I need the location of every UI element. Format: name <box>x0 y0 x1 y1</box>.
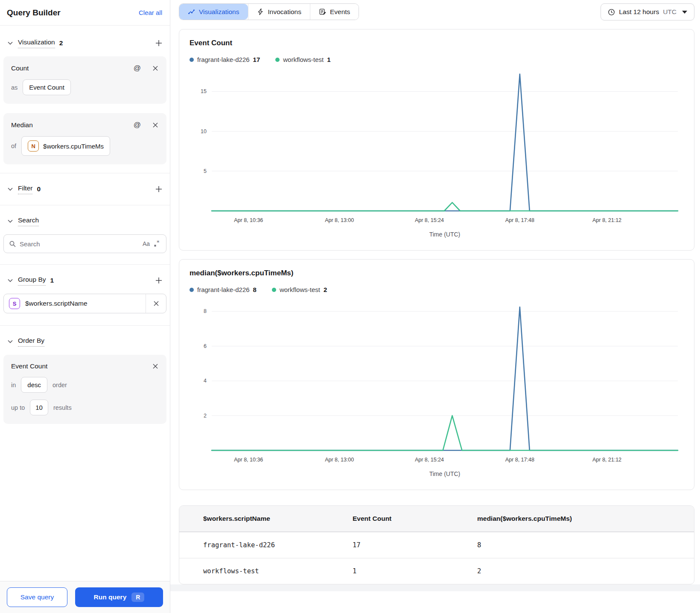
svg-text:8: 8 <box>204 308 207 314</box>
filter-section-label[interactable]: Filter <box>18 184 32 194</box>
svg-text:Apr 8, 17:48: Apr 8, 17:48 <box>505 217 534 223</box>
regex-icon[interactable]: * <box>153 240 161 248</box>
order-label: order <box>52 382 67 388</box>
col-median: median($workers.cpuTimeMs) <box>477 515 694 523</box>
order-by-field: Event Count <box>11 362 47 370</box>
chevron-down-icon[interactable] <box>7 338 14 345</box>
svg-text:10: 10 <box>201 128 207 134</box>
number-type-icon: N <box>28 140 39 152</box>
match-case-icon[interactable]: Aa <box>143 240 150 247</box>
filter-count: 0 <box>37 185 41 193</box>
cell-event-count: 1 <box>353 567 477 575</box>
at-sign-icon: @ <box>134 64 141 73</box>
add-filter-button[interactable] <box>155 185 163 193</box>
median-field-selector[interactable]: N $workers.cpuTimeMs <box>21 136 110 156</box>
group-by-section-label[interactable]: Group By <box>18 276 46 286</box>
svg-text:Apr 8, 21:12: Apr 8, 21:12 <box>592 217 621 223</box>
tab-label: Events <box>330 8 350 16</box>
query-builder-body: Visualization 2 Count @ as Event Count M… <box>0 26 170 581</box>
median-visualization-card: Median @ of N $workers.cpuTimeMs <box>3 113 166 164</box>
mention-button[interactable]: @ <box>134 121 141 129</box>
group-by-count: 1 <box>50 277 54 284</box>
svg-text:6: 6 <box>204 343 207 349</box>
table-row[interactable]: workflows-test 1 2 <box>179 558 694 584</box>
legend-item[interactable]: fragrant-lake-d226 17 <box>190 56 260 63</box>
run-query-button[interactable]: Run query R <box>75 587 163 607</box>
median-chart[interactable]: 2468Apr 8, 10:36Apr 8, 13:00Apr 8, 15:24… <box>190 296 684 484</box>
chart-line-icon <box>188 8 195 15</box>
legend-item[interactable]: workflows-test 1 <box>275 56 330 63</box>
series-dot <box>190 288 194 292</box>
legend-value: 1 <box>327 56 330 63</box>
chevron-down-icon[interactable] <box>7 277 14 284</box>
svg-text:Time (UTC): Time (UTC) <box>429 231 461 238</box>
svg-text:Apr 8, 10:36: Apr 8, 10:36 <box>234 457 263 463</box>
svg-text:Apr 8, 21:12: Apr 8, 21:12 <box>592 457 621 463</box>
save-query-button[interactable]: Save query <box>7 587 67 607</box>
svg-text:4: 4 <box>204 378 207 384</box>
time-range-picker[interactable]: Last 12 hours UTC <box>601 3 694 20</box>
chevron-down-icon[interactable] <box>7 40 14 47</box>
results-label: results <box>53 404 72 411</box>
add-visualization-button[interactable] <box>155 39 163 47</box>
tab-label: Invocations <box>268 8 301 16</box>
cell-median: 2 <box>477 567 694 575</box>
group-by-item[interactable]: S $workers.scriptName <box>3 294 166 313</box>
remove-order-by-button[interactable] <box>152 363 159 370</box>
limit-input[interactable]: 10 <box>30 400 48 415</box>
visualization-section-header: Visualization 2 <box>0 36 170 50</box>
remove-median-button[interactable] <box>152 122 159 128</box>
event-count-alias-field[interactable]: Event Count <box>23 79 71 95</box>
legend-name: workflows-test <box>280 286 320 293</box>
chevron-down-icon[interactable] <box>7 218 14 225</box>
main-content: Visualizations Invocations Events Last 1… <box>170 0 700 613</box>
string-type-icon: S <box>9 298 20 309</box>
event-count-chart[interactable]: 51015Apr 8, 10:36Apr 8, 13:00Apr 8, 15:2… <box>190 66 684 244</box>
col-event-count: Event Count <box>353 515 477 523</box>
legend-item[interactable]: fragrant-lake-d226 8 <box>190 286 257 293</box>
group-by-section-header: Group By 1 <box>0 273 170 288</box>
clear-all-button[interactable]: Clear all <box>139 9 162 16</box>
svg-text:Apr 8, 15:24: Apr 8, 15:24 <box>415 217 444 223</box>
svg-text:Apr 8, 13:00: Apr 8, 13:00 <box>325 217 354 223</box>
table-row[interactable]: fragrant-lake-d226 17 8 <box>179 532 694 558</box>
visualization-section-label[interactable]: Visualization <box>18 38 55 48</box>
visualization-count: 2 <box>59 39 63 47</box>
caret-down-icon <box>682 11 687 14</box>
cell-script-name: workflows-test <box>203 567 353 575</box>
run-shortcut-badge: R <box>131 593 144 602</box>
chart-legend: fragrant-lake-d226 17 workflows-test 1 <box>190 56 684 63</box>
run-query-label: Run query <box>94 593 127 601</box>
search-input[interactable] <box>20 240 139 248</box>
tab-visualizations[interactable]: Visualizations <box>179 4 248 20</box>
remove-group-by-button[interactable] <box>146 294 166 313</box>
at-sign-icon: @ <box>134 121 141 129</box>
chart-title: Event Count <box>190 39 684 47</box>
plus-icon <box>155 276 163 285</box>
median-card-title: Median <box>11 121 33 129</box>
of-label: of <box>11 143 16 149</box>
in-label: in <box>11 382 16 388</box>
order-direction-selector[interactable]: desc <box>21 377 47 393</box>
chevron-down-icon[interactable] <box>7 186 14 193</box>
events-icon <box>319 8 326 15</box>
tab-invocations[interactable]: Invocations <box>248 4 310 20</box>
time-range-value: Last 12 hours <box>619 8 659 16</box>
median-field-value: $workers.cpuTimeMs <box>43 143 104 150</box>
mention-button[interactable]: @ <box>134 64 141 73</box>
series-dot <box>190 58 194 62</box>
search-section-label[interactable]: Search <box>18 216 39 226</box>
tab-events[interactable]: Events <box>310 4 359 20</box>
add-group-by-button[interactable] <box>155 276 163 285</box>
legend-item[interactable]: workflows-test 2 <box>272 286 327 293</box>
search-box: Aa * <box>3 234 166 253</box>
chart-title: median($workers.cpuTimeMs) <box>190 269 684 277</box>
event-count-chart-card: Event Count fragrant-lake-d226 17 workfl… <box>179 29 694 251</box>
search-section-header: Search <box>0 214 170 228</box>
order-by-section-header: Order By <box>0 334 170 349</box>
order-by-card: Event Count in desc order up to 10 resul… <box>3 355 166 424</box>
order-by-section-label[interactable]: Order By <box>18 337 44 347</box>
panel-title: Query Builder <box>7 8 61 18</box>
cell-script-name: fragrant-lake-d226 <box>203 541 353 549</box>
remove-count-button[interactable] <box>152 65 159 72</box>
